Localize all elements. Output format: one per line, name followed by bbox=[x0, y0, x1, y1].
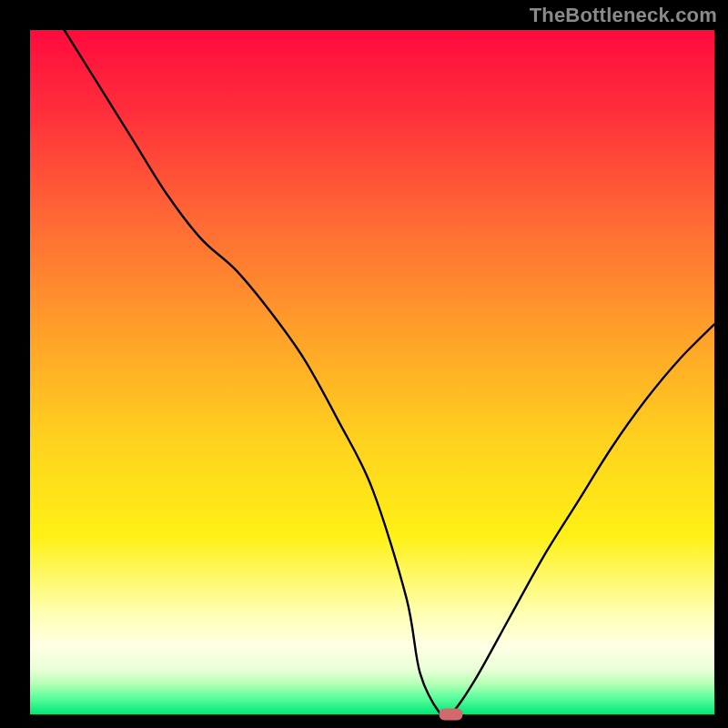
watermark-text: TheBottleneck.com bbox=[530, 4, 717, 27]
optimal-marker bbox=[439, 709, 462, 721]
bottleneck-chart bbox=[0, 0, 728, 728]
gradient-background bbox=[30, 30, 714, 714]
chart-frame: TheBottleneck.com bbox=[0, 0, 728, 728]
